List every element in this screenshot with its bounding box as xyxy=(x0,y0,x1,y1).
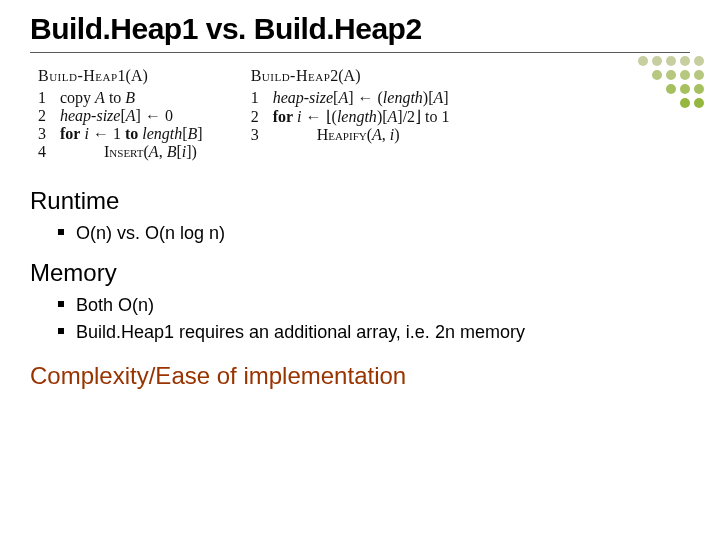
algo2-suffix: 2(A) xyxy=(330,67,360,84)
dot-icon xyxy=(680,70,690,80)
line-number: 1 xyxy=(38,89,60,107)
runtime-bullets: O(n) vs. O(n log n) xyxy=(30,221,690,245)
line-code: for i ← ⌊(length)[A]/2⌋ to 1 xyxy=(273,107,450,126)
algo1-header: Build-Heap1(A) xyxy=(38,67,203,85)
algo1-suffix: 1(A) xyxy=(118,67,148,84)
dot-icon xyxy=(694,56,704,66)
dot-icon xyxy=(694,98,704,108)
algorithm-buildheap2: Build-Heap2(A) 1heap-size[A] ← (length)[… xyxy=(251,67,450,161)
section-complexity: Complexity/Ease of implementation xyxy=(30,362,690,390)
dot-row xyxy=(638,56,704,66)
line-code: heap-size[A] ← (length)[A] xyxy=(273,89,450,107)
line-code: Heapify(A, i) xyxy=(273,126,450,144)
algo1-procname: Build-Heap xyxy=(38,67,118,84)
line-number: 3 xyxy=(251,126,273,144)
line-number: 3 xyxy=(38,125,60,143)
dot-icon xyxy=(694,84,704,94)
algo2-lines: 1heap-size[A] ← (length)[A]2for i ← ⌊(le… xyxy=(251,89,450,144)
line-code: for i ← 1 to length[B] xyxy=(60,125,203,143)
dot-icon xyxy=(666,84,676,94)
dot-icon xyxy=(666,70,676,80)
dot-row xyxy=(638,70,704,80)
line-code: heap-size[A] ← 0 xyxy=(60,107,203,125)
line-number: 2 xyxy=(251,107,273,126)
decorative-dots xyxy=(638,56,704,112)
dot-row xyxy=(638,98,704,108)
dot-icon xyxy=(666,56,676,66)
algo-line: 2heap-size[A] ← 0 xyxy=(38,107,203,125)
section-memory: Memory xyxy=(30,259,690,287)
algo2-header: Build-Heap2(A) xyxy=(251,67,450,85)
dot-icon xyxy=(638,56,648,66)
algorithms-row: Build-Heap1(A) 1copy A to B2heap-size[A]… xyxy=(30,67,690,161)
bullet-item: Build.Heap1 requires an additional array… xyxy=(76,320,690,344)
line-code: Insert(A, B[i]) xyxy=(60,143,203,161)
dot-icon xyxy=(652,56,662,66)
slide: Build.Heap1 vs. Build.Heap2 Build-Heap1(… xyxy=(0,0,720,540)
algo-line: 2for i ← ⌊(length)[A]/2⌋ to 1 xyxy=(251,107,450,126)
line-number: 4 xyxy=(38,143,60,161)
algo1-lines: 1copy A to B2heap-size[A] ← 03for i ← 1 … xyxy=(38,89,203,161)
dot-icon xyxy=(680,56,690,66)
bullet-item: Both O(n) xyxy=(76,293,690,317)
algo-line: 3for i ← 1 to length[B] xyxy=(38,125,203,143)
dot-icon xyxy=(652,70,662,80)
algo-line: 1copy A to B xyxy=(38,89,203,107)
dot-icon xyxy=(680,84,690,94)
algo-line: 4Insert(A, B[i]) xyxy=(38,143,203,161)
algo2-procname: Build-Heap xyxy=(251,67,331,84)
line-number: 2 xyxy=(38,107,60,125)
memory-bullets: Both O(n)Build.Heap1 requires an additio… xyxy=(30,293,690,344)
dot-icon xyxy=(680,98,690,108)
section-runtime: Runtime xyxy=(30,187,690,215)
title-rule xyxy=(30,52,690,53)
line-number: 1 xyxy=(251,89,273,107)
dot-icon xyxy=(694,70,704,80)
bullet-item: O(n) vs. O(n log n) xyxy=(76,221,690,245)
slide-title: Build.Heap1 vs. Build.Heap2 xyxy=(30,12,690,46)
dot-row xyxy=(638,84,704,94)
algorithm-buildheap1: Build-Heap1(A) 1copy A to B2heap-size[A]… xyxy=(38,67,203,161)
algo-line: 1heap-size[A] ← (length)[A] xyxy=(251,89,450,107)
algo-line: 3Heapify(A, i) xyxy=(251,126,450,144)
line-code: copy A to B xyxy=(60,89,203,107)
